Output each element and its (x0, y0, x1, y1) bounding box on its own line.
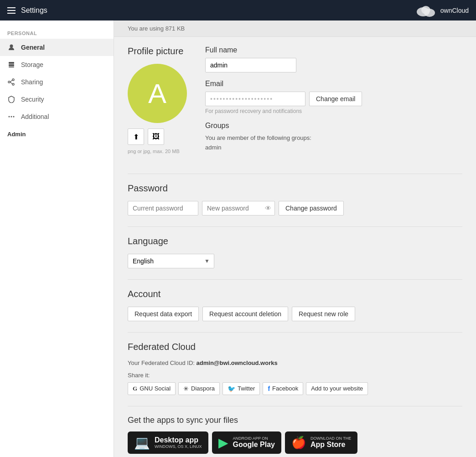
sidebar-item-sharing[interactable]: Sharing (0, 73, 114, 91)
share-website-button[interactable]: Add to your website (306, 382, 368, 395)
topbar-username: ownCloud (440, 7, 469, 14)
desktop-app-sub: Windows, OS X, Linux (155, 444, 202, 449)
avatar-hint: png or jpg, max. 20 MB (128, 149, 187, 154)
email-row: Change email (205, 92, 462, 106)
divider-4 (128, 332, 462, 333)
profile-pic-area: Profile picture A ⬆ 🖼 png or jpg, max. 2… (128, 46, 187, 160)
sidebar-item-sharing-label: Sharing (21, 78, 43, 86)
svg-point-3 (10, 45, 13, 48)
topbar: Settings ownCloud (0, 0, 476, 21)
dots-icon (7, 113, 16, 121)
new-password-input[interactable] (202, 201, 275, 216)
share-facebook-button[interactable]: f Facebook (263, 382, 303, 395)
language-section: Language English Deutsch Français Españo… (128, 236, 462, 268)
current-password-input[interactable] (128, 201, 198, 216)
password-eye-icon[interactable]: 👁 (265, 205, 271, 212)
upload-avatar-button[interactable]: ⬆ (128, 128, 144, 145)
storage-icon (7, 61, 16, 69)
usage-text: You are using 871 KB (128, 25, 185, 32)
sidebar-personal-label: Personal (0, 25, 114, 39)
password-section: Password 👁 Change password (128, 183, 462, 216)
profile-info: Full name Email Change email For passwor… (205, 46, 462, 160)
android-app-pre: ANDROID APP ON (233, 436, 275, 441)
android-app-badge[interactable]: ▶ ANDROID APP ON Google Play (212, 431, 281, 454)
share-buttons: G GNU Social ✳ Diaspora 🐦 Twitter f Face… (128, 382, 462, 395)
share-gnusocial-button[interactable]: G GNU Social (128, 382, 176, 395)
select-avatar-button[interactable]: 🖼 (148, 128, 164, 145)
password-title: Password (128, 183, 462, 194)
sidebar-item-additional-label: Additional (21, 113, 49, 120)
fullname-input[interactable] (205, 58, 296, 72)
sidebar-admin-label: Admin (0, 125, 114, 140)
shield-icon (7, 95, 16, 103)
sidebar-item-general-label: General (21, 44, 45, 51)
share-twitter-button[interactable]: 🐦 Twitter (222, 382, 260, 395)
new-password-wrap: 👁 (202, 201, 275, 216)
request-account-deletion-button[interactable]: Request account deletion (202, 307, 288, 321)
sidebar-item-security[interactable]: Security (0, 91, 114, 108)
avatar: A (128, 64, 187, 123)
topbar-right: ownCloud (416, 4, 469, 17)
federated-id-value: admin@bwi.owncloud.works (197, 359, 278, 366)
facebook-icon: f (268, 385, 270, 392)
layout: Personal General Storage Sharing Securit… (0, 0, 476, 457)
hamburger-menu[interactable] (7, 7, 16, 14)
email-input[interactable] (205, 92, 305, 106)
divider-2 (128, 226, 462, 227)
account-section: Account Request data export Request acco… (128, 289, 462, 321)
groups-group: Groups You are member of the following g… (205, 122, 462, 153)
topbar-left: Settings (7, 6, 47, 15)
ios-app-badge[interactable]: 🍎 Download on the App Store (285, 431, 357, 454)
svg-rect-6 (9, 67, 14, 67)
svg-point-9 (8, 81, 10, 83)
sidebar-item-general[interactable]: General (0, 39, 114, 56)
apps-title: Get the apps to sync your files (128, 416, 462, 425)
fullname-group: Full name (205, 46, 462, 72)
apps-section: Get the apps to sync your files 💻 Deskto… (128, 416, 462, 454)
share-icon (7, 78, 16, 86)
svg-point-13 (11, 116, 12, 118)
android-badge-text: ANDROID APP ON Google Play (233, 436, 275, 449)
share-twitter-label: Twitter (238, 385, 255, 392)
language-select[interactable]: English Deutsch Français Español (128, 254, 214, 268)
federated-id: Your Federated Cloud ID: admin@bwi.owncl… (128, 359, 462, 366)
divider-5 (128, 406, 462, 406)
password-row: 👁 Change password (128, 201, 462, 216)
share-website-label: Add to your website (311, 385, 363, 392)
topbar-title: Settings (21, 6, 47, 15)
sidebar-item-storage[interactable]: Storage (0, 56, 114, 73)
main-content: You are using 871 KB Profile picture A ⬆… (114, 21, 476, 457)
svg-rect-4 (9, 62, 14, 64)
groups-label: Groups (205, 122, 462, 130)
share-diaspora-label: Diaspora (191, 385, 215, 392)
request-data-export-button[interactable]: Request data export (128, 307, 199, 321)
sidebar-item-additional[interactable]: Additional (0, 108, 114, 125)
person-icon (7, 43, 16, 51)
svg-point-8 (12, 83, 14, 85)
gnusocial-icon: G (133, 385, 137, 392)
android-icon: ▶ (218, 435, 228, 450)
avatar-letter: A (148, 78, 166, 109)
share-diaspora-button[interactable]: ✳ Diaspora (178, 382, 220, 395)
desktop-app-badge[interactable]: 💻 Desktop app Windows, OS X, Linux (128, 431, 208, 454)
apple-icon: 🍎 (291, 436, 306, 450)
usage-bar: You are using 871 KB (114, 21, 476, 37)
svg-point-2 (421, 6, 430, 14)
request-new-role-button[interactable]: Request new role (292, 307, 355, 321)
sidebar-item-security-label: Security (21, 96, 44, 103)
federated-id-label: Your Federated Cloud ID: (128, 359, 195, 366)
ios-badge-text: Download on the App Store (310, 436, 351, 449)
android-app-label: Google Play (233, 441, 275, 449)
groups-description: You are member of the following groups: (205, 134, 311, 141)
email-hint: For password recovery and notifications (205, 108, 462, 114)
profile-section: Profile picture A ⬆ 🖼 png or jpg, max. 2… (128, 46, 462, 160)
change-password-button[interactable]: Change password (279, 201, 344, 216)
app-badges: 💻 Desktop app Windows, OS X, Linux ▶ AND… (128, 431, 462, 454)
twitter-icon: 🐦 (228, 385, 235, 392)
divider-3 (128, 279, 462, 280)
account-title: Account (128, 289, 462, 299)
desktop-badge-text: Desktop app Windows, OS X, Linux (155, 436, 202, 449)
language-select-wrap: English Deutsch Français Español ▼ (128, 254, 214, 268)
svg-line-10 (10, 80, 12, 82)
change-email-button[interactable]: Change email (309, 92, 362, 106)
